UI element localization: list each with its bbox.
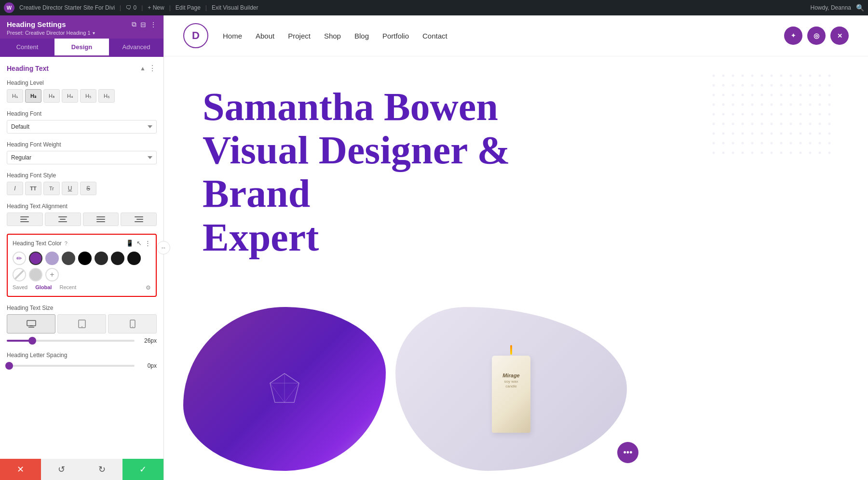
panel-more-icon[interactable]: ⋮ (150, 21, 157, 28)
site-logo[interactable]: D (183, 23, 208, 48)
capitalize-button[interactable]: Tr (43, 182, 60, 195)
slider-track[interactable] (7, 340, 135, 342)
svg-point-112 (713, 152, 715, 154)
color-mobile-icon[interactable]: 📱 (126, 240, 134, 247)
eyedropper-button[interactable]: ✏ (13, 252, 26, 265)
svg-point-10 (732, 75, 734, 77)
social-instagram[interactable]: ◎ (807, 27, 826, 45)
heading-letter-spacing-group: Heading Letter Spacing 0px (7, 352, 157, 369)
align-left-button[interactable] (7, 213, 43, 226)
heading-font-select[interactable]: Default Georgia Arial (7, 120, 157, 133)
svg-point-39 (761, 94, 763, 96)
svg-point-17 (800, 75, 802, 77)
h3-button[interactable]: H₃ (43, 89, 60, 103)
nav-shop[interactable]: Shop (324, 32, 341, 40)
color-settings-icon[interactable]: ⚙ (146, 284, 151, 291)
align-center-button[interactable] (45, 213, 81, 226)
panel-drag-handle[interactable]: ↔ (157, 241, 170, 254)
svg-point-71 (819, 113, 821, 116)
color-swatch-light[interactable] (29, 268, 42, 281)
nav-project[interactable]: Project (288, 32, 311, 40)
size-mobile-button[interactable] (108, 314, 157, 333)
svg-point-98 (828, 133, 831, 135)
nav-home[interactable]: Home (223, 32, 242, 40)
undo-button[interactable]: ↺ (41, 459, 82, 480)
svg-point-105 (771, 142, 773, 145)
color-swatch-lavender[interactable] (45, 252, 59, 265)
color-swatch-black2[interactable] (127, 252, 141, 265)
panel-split-icon[interactable]: ⊟ (140, 21, 146, 28)
color-tab-global[interactable]: Global (35, 284, 52, 291)
svg-point-89 (742, 133, 744, 135)
underline-button[interactable]: U (62, 182, 78, 195)
admin-site-name[interactable]: Creative Director Starter Site For Divi (19, 4, 115, 11)
uppercase-button[interactable]: TT (25, 182, 41, 195)
heading-font-weight-select[interactable]: Regular Bold Light (7, 151, 157, 164)
section-collapse-icon[interactable]: ▲ (140, 65, 146, 72)
align-right-button[interactable] (121, 213, 157, 226)
size-tablet-button[interactable] (57, 314, 106, 333)
svg-point-82 (800, 123, 802, 125)
color-swatch-dark3[interactable] (111, 252, 124, 265)
svg-point-58 (819, 104, 821, 106)
svg-point-16 (790, 75, 792, 77)
h1-button[interactable]: H₁ (7, 89, 23, 103)
svg-point-51 (751, 104, 754, 106)
admin-search-icon[interactable]: 🔍 (856, 4, 864, 12)
panel-preview-icon[interactable]: ⧉ (132, 20, 136, 28)
website-preview: D Home About Project Shop Blog Portfolio… (164, 15, 868, 480)
nav-about[interactable]: About (256, 32, 274, 40)
strikethrough-button[interactable]: S (80, 182, 96, 195)
social-dribbble[interactable]: ✦ (784, 27, 802, 45)
color-tab-recent[interactable]: Recent (59, 284, 76, 291)
tab-content[interactable]: Content (0, 39, 54, 57)
text-size-slider: 26px (7, 337, 157, 344)
admin-new[interactable]: + New (148, 4, 164, 11)
color-swatch-black[interactable] (78, 252, 92, 265)
color-help-icon[interactable]: ? (65, 240, 68, 246)
svg-point-15 (780, 75, 783, 77)
admin-exit-builder[interactable]: Exit Visual Builder (212, 4, 258, 11)
h4-button[interactable]: H₄ (62, 89, 78, 103)
nav-links: Home About Project Shop Blog Portfolio C… (223, 32, 784, 40)
hero-section: /* dots rendered below via SVG */ (164, 56, 868, 307)
wp-icon[interactable]: W (4, 2, 14, 13)
nav-blog[interactable]: Blog (354, 32, 369, 40)
color-swatch-dark1[interactable] (62, 252, 75, 265)
color-swatch-purple[interactable] (29, 252, 42, 265)
nav-social: ✦ ◎ ✕ (784, 27, 849, 45)
nav-contact[interactable]: Contact (422, 32, 448, 40)
italic-button[interactable]: I (7, 182, 23, 195)
close-button[interactable]: ✕ (0, 459, 41, 480)
tab-design[interactable]: Design (54, 39, 109, 57)
social-twitter[interactable]: ✕ (830, 27, 849, 45)
tab-advanced[interactable]: Advanced (109, 39, 163, 57)
h2-button[interactable]: H₂ (25, 89, 41, 103)
color-add-button[interactable]: + (45, 268, 59, 281)
h6-button[interactable]: H₆ (98, 89, 115, 103)
h5-button[interactable]: H₅ (80, 89, 96, 103)
svg-point-119 (780, 152, 783, 154)
color-swatch-transparent[interactable] (13, 268, 26, 281)
admin-edit-page[interactable]: Edit Page (176, 4, 201, 11)
nav-portfolio[interactable]: Portfolio (382, 32, 409, 40)
redo-button[interactable]: ↻ (82, 459, 123, 480)
fab-button[interactable]: ••• (617, 442, 638, 463)
letter-spacing-track[interactable] (7, 365, 135, 367)
color-tab-saved[interactable]: Saved (13, 284, 27, 291)
align-justify-button[interactable] (83, 213, 119, 226)
color-swatch-dark2[interactable] (95, 252, 108, 265)
svg-point-103 (751, 142, 754, 145)
svg-point-97 (819, 133, 821, 135)
color-cursor-icon[interactable]: ↖ (136, 240, 142, 247)
size-desktop-button[interactable] (7, 314, 55, 333)
svg-point-75 (732, 123, 734, 125)
svg-point-29 (790, 84, 792, 87)
svg-point-90 (751, 133, 754, 135)
section-options-icon[interactable]: ⋮ (149, 64, 157, 73)
color-options-icon[interactable]: ⋮ (145, 240, 151, 247)
panel-preset[interactable]: Preset: Creative Director Heading 1 ▾ (7, 30, 157, 36)
admin-comments[interactable]: 🗨 0 (126, 4, 136, 11)
svg-point-83 (809, 123, 812, 125)
save-button[interactable]: ✓ (122, 459, 163, 480)
